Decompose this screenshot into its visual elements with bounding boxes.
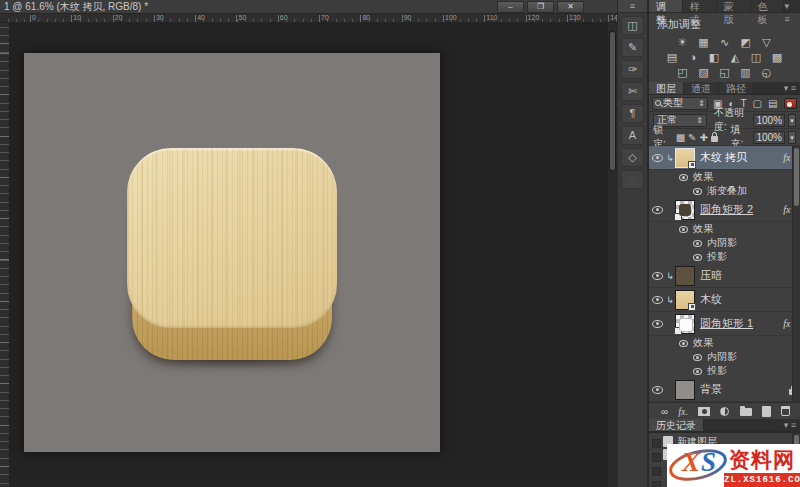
layer-name[interactable]: 压暗 — [700, 268, 722, 283]
layer-effect-row[interactable]: 内阴影 — [649, 236, 800, 250]
document-titlebar[interactable]: 1 @ 61.6% (木纹 拷贝, RGB/8) * – ❐ ✕ — [0, 0, 617, 14]
eye-icon[interactable] — [652, 296, 663, 304]
canvas-document[interactable] — [24, 53, 440, 452]
layer-thumbnail[interactable] — [675, 380, 695, 400]
new-layer-icon[interactable] — [762, 406, 771, 417]
minimize-button[interactable]: – — [497, 1, 524, 13]
layer-effect-row[interactable]: 渐变叠加 — [649, 184, 800, 198]
history-source-well[interactable] — [652, 453, 661, 462]
layer-row[interactable]: ↳木纹 拷贝fx▴ — [649, 146, 800, 170]
layer-thumbnail[interactable] — [675, 148, 695, 168]
lock-move-icon[interactable]: ✚ — [699, 132, 707, 143]
properties-panel-icon[interactable]: ◫ — [621, 16, 644, 35]
layer-row[interactable]: ↳木纹 — [649, 288, 800, 312]
layer-effect-row[interactable]: 效果 — [649, 336, 800, 350]
pen-page-panel-icon[interactable]: ✎ — [621, 38, 644, 57]
panel-menu-icon[interactable]: ▾ ≡ — [784, 0, 800, 12]
lock-paint-icon[interactable]: ✎ — [688, 132, 696, 143]
visibility-cell[interactable] — [649, 206, 665, 214]
layer-row[interactable]: 背景 — [649, 378, 800, 402]
tab-路径[interactable]: 路径 — [719, 82, 754, 94]
posterize-icon[interactable]: ▨ — [695, 65, 713, 79]
eye-icon[interactable] — [693, 254, 702, 261]
eye-icon[interactable] — [652, 320, 663, 328]
3d-panel-icon[interactable]: ◇ — [621, 148, 644, 167]
eye-icon[interactable] — [679, 226, 688, 233]
eye-icon[interactable] — [693, 368, 702, 375]
tab-图层[interactable]: 图层 — [649, 82, 684, 94]
layer-effect-row[interactable]: 内阴影 — [649, 350, 800, 364]
lock-all-icon[interactable] — [711, 136, 718, 142]
filter-kind-select[interactable]: 类型 ⇕ — [652, 97, 708, 110]
visibility-cell[interactable] — [649, 386, 665, 394]
scrollbar-thumb[interactable] — [794, 148, 799, 206]
paragraph-panel-icon[interactable]: ¶ — [621, 104, 644, 123]
scrollbar-thumb[interactable] — [609, 31, 616, 171]
layer-name[interactable]: 木纹 — [700, 292, 722, 307]
eye-icon[interactable] — [693, 188, 702, 195]
eye-icon[interactable] — [652, 386, 663, 394]
brightness-contrast-icon[interactable]: ☀ — [674, 35, 692, 49]
close-button[interactable]: ✕ — [557, 1, 584, 13]
eye-icon[interactable] — [652, 272, 663, 280]
eye-icon[interactable] — [652, 154, 663, 162]
layer-row[interactable]: 圆角矩形 1fx▴ — [649, 312, 800, 336]
new-adjustment-layer-icon[interactable] — [720, 407, 729, 416]
layer-fx-icon[interactable]: fx — [783, 204, 790, 215]
layer-effect-row[interactable]: 投影 — [649, 364, 800, 378]
layer-effect-row[interactable]: 效果 — [649, 222, 800, 236]
filter-smart-objects-icon[interactable]: ▤ — [768, 98, 777, 109]
layer-row[interactable]: 圆角矩形 2fx▴ — [649, 198, 800, 222]
fill-dropdown-icon[interactable]: ▾ — [788, 131, 796, 144]
visibility-cell[interactable] — [649, 320, 665, 328]
layer-thumbnail[interactable] — [675, 200, 695, 220]
black-white-icon[interactable]: ◧ — [705, 50, 723, 64]
add-layer-mask-icon[interactable] — [698, 407, 710, 416]
lock-transparent-icon[interactable]: ▩ — [676, 132, 685, 143]
tab-通道[interactable]: 通道 — [684, 82, 719, 94]
vibrance-icon[interactable]: ▽ — [758, 35, 776, 49]
visibility-cell[interactable] — [649, 272, 665, 280]
tab-调整[interactable]: 调整 — [649, 0, 683, 12]
tab-样式[interactable]: 样式 — [683, 0, 717, 12]
layer-thumbnail[interactable] — [675, 314, 695, 334]
layers-scrollbar[interactable] — [792, 146, 800, 402]
opacity-dropdown-icon[interactable]: ▾ — [788, 114, 796, 127]
photo-filter-icon[interactable]: ◭ — [726, 50, 744, 64]
wood-icon-artwork[interactable] — [127, 148, 337, 378]
brush-panel-icon[interactable]: ✑ — [621, 60, 644, 79]
layer-fx-icon[interactable]: fx — [783, 152, 790, 163]
filter-toggle-switch[interactable] — [784, 98, 797, 109]
visibility-cell[interactable] — [649, 296, 665, 304]
color-balance-icon[interactable]: ◑ — [684, 50, 702, 64]
layer-thumbnail[interactable] — [675, 290, 695, 310]
invert-icon[interactable]: ◰ — [674, 65, 692, 79]
tab-蒙版[interactable]: 蒙版 — [717, 0, 751, 12]
fill-value[interactable]: 100% — [753, 131, 785, 144]
layer-name[interactable]: 木纹 拷贝 — [700, 150, 747, 165]
layer-thumbnail[interactable] — [675, 266, 695, 286]
eye-icon[interactable] — [693, 240, 702, 247]
eye-icon[interactable] — [652, 206, 663, 214]
layer-name[interactable]: 圆角矩形 2 — [700, 202, 753, 217]
layer-effect-row[interactable]: 效果 — [649, 170, 800, 184]
layer-name[interactable]: 背景 — [700, 382, 722, 397]
eye-icon[interactable] — [679, 340, 688, 347]
maximize-button[interactable]: ❐ — [527, 1, 554, 13]
panel-menu-icon[interactable]: ▾ ≡ — [784, 82, 800, 94]
document-vertical-scrollbar[interactable] — [607, 23, 617, 487]
gradient-map-icon[interactable]: ▥ — [737, 65, 755, 79]
filter-shape-layers-icon[interactable]: ▢ — [753, 98, 762, 109]
channel-mixer-icon[interactable]: ◫ — [747, 50, 765, 64]
link-layers-icon[interactable]: ∞ — [661, 404, 668, 419]
levels-icon[interactable]: ▦ — [695, 35, 713, 49]
tool-presets-panel-icon[interactable]: ✄ — [621, 82, 644, 101]
selective-color-icon[interactable]: ◵ — [758, 65, 776, 79]
new-group-icon[interactable] — [740, 408, 752, 416]
horizontal-ruler[interactable]: 0102030405060708090100110120130140 — [0, 14, 617, 23]
history-source-well[interactable] — [652, 439, 661, 448]
dock-grip-icon[interactable]: ≡ — [618, 0, 647, 13]
exposure-icon[interactable]: ◩ — [737, 35, 755, 49]
hue-saturation-icon[interactable]: ▤ — [663, 50, 681, 64]
visibility-cell[interactable] — [649, 154, 665, 162]
